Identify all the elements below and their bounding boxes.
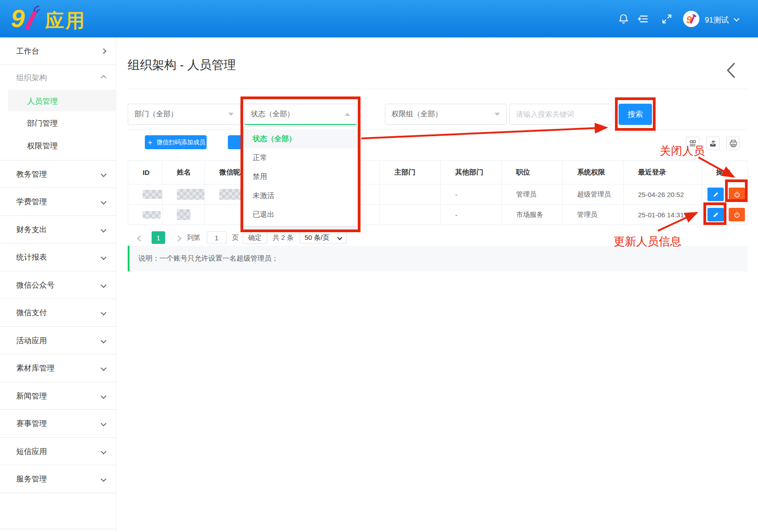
user-chevron-down-icon[interactable] [734, 16, 740, 22]
chevron-down-icon [101, 449, 106, 454]
app-logo[interactable]: 9 应用 [11, 5, 115, 33]
pencil-icon [712, 211, 719, 218]
printer-icon [729, 139, 738, 148]
sidebar-item-label: 微信公众号 [16, 280, 55, 290]
grid-columns-icon [689, 140, 697, 147]
chevron-down-icon [101, 421, 106, 427]
sidebar-item-label: 活动应用 [16, 335, 47, 346]
status-option-normal[interactable]: 正常 [244, 148, 357, 167]
col-header-last-login: 最近登录 [624, 161, 702, 184]
print-button[interactable] [726, 137, 740, 150]
sidebar-item-label: 短信应用 [16, 446, 47, 457]
per-page-select[interactable]: 50 条/页 [300, 231, 347, 244]
sidebar-item-label: 微信支付 [16, 307, 47, 318]
page-number-button[interactable]: 1 [152, 231, 165, 244]
title-divider [128, 89, 748, 89]
cell-main-dept [380, 184, 441, 205]
panel-top-border [128, 129, 748, 130]
cell-actions [702, 205, 748, 225]
sidebar-item-tuition[interactable]: 学费管理 [0, 188, 116, 216]
sidebar-item-wechat-pay[interactable]: 微信支付 [0, 299, 116, 327]
add-member-by-wechat-scan-button[interactable]: ＋ 微信扫码添加成员 [145, 135, 207, 149]
prev-page-button[interactable] [138, 234, 143, 243]
logo-number: 9 [11, 4, 25, 33]
sidebar-item-label: 财务支出 [16, 225, 47, 235]
sidebar-item-label: 统计报表 [16, 252, 47, 262]
page-title: 组织架构 - 人员管理 [128, 57, 236, 73]
column-settings-button[interactable] [686, 137, 699, 150]
chevron-down-icon [101, 338, 106, 344]
sidebar-item-academic[interactable]: 教务管理 [0, 161, 116, 188]
sidebar-item-finance[interactable]: 财务支出 [0, 216, 116, 243]
sidebar-item-label: 工作台 [16, 46, 39, 56]
members-table: ID 姓名 微信昵称 主部门 其他部门 职位 系统权限 最近登录 操作 ... … [128, 161, 748, 225]
disable-member-button[interactable] [729, 188, 745, 201]
next-page-button[interactable] [176, 234, 180, 243]
goto-page-label: 到第 [187, 234, 200, 242]
cell-position: 市场服务 [502, 205, 563, 225]
sidebar-item-permission[interactable]: 权限管理 [27, 141, 58, 151]
sidebar-item-label: 服务管理 [16, 474, 47, 484]
search-button[interactable]: 搜索 [619, 104, 652, 125]
edit-member-button[interactable] [707, 208, 724, 221]
sidebar-item-events[interactable]: 赛事管理 [0, 410, 116, 438]
status-option-inactive[interactable]: 未激活 [244, 186, 357, 205]
collapse-menu-icon[interactable] [636, 13, 649, 25]
sidebar-item-department[interactable]: 部门管理 [27, 118, 58, 128]
cell-permission: 超级管理员 [563, 184, 624, 205]
chevron-down-icon [101, 171, 106, 177]
permission-group-select[interactable]: 权限组（全部） [385, 104, 507, 125]
redacted-name [177, 209, 190, 220]
status-dropdown-menu: 状态（全部） 正常 禁用 未激活 已退出 [243, 127, 358, 227]
export-button[interactable] [706, 137, 720, 150]
fullscreen-icon[interactable] [661, 13, 673, 25]
sidebar-item-wechat-official[interactable]: 微信公众号 [0, 271, 116, 299]
sidebar-item-service[interactable]: 服务管理 [0, 466, 116, 493]
chevron-down-icon [337, 235, 342, 240]
cell-id [128, 184, 162, 205]
sidebar-item-sms[interactable]: 短信应用 [0, 438, 116, 465]
sidebar-item-label: 新闻管理 [16, 391, 47, 401]
sidebar-item-news[interactable]: 新闻管理 [0, 382, 116, 410]
plus-icon: ＋ [146, 137, 154, 147]
chevron-up-icon [101, 75, 106, 81]
edit-member-button[interactable] [707, 188, 724, 201]
search-input[interactable] [509, 104, 613, 125]
sidebar-divider [0, 529, 116, 529]
sidebar-item-material[interactable]: 素材库管理 [0, 355, 116, 382]
note-banner: 说明：一个账号只允许设置一名超级管理员； [128, 246, 748, 271]
notification-bell-icon[interactable] [617, 13, 630, 25]
sidebar-item-reports[interactable]: 统计报表 [0, 244, 116, 271]
sidebar-item-workbench[interactable]: 工作台 [0, 37, 116, 65]
back-chevron-icon[interactable] [726, 62, 735, 78]
department-select[interactable]: 部门（全部） [128, 104, 240, 125]
cell-position: 管理员 [502, 184, 563, 205]
per-page-value: 50 条/页 [305, 234, 329, 242]
power-icon [733, 191, 741, 198]
sidebar-item-org-structure[interactable]: 组织架构 [0, 65, 116, 91]
page-unit-label: 页 [232, 234, 239, 242]
user-avatar[interactable]: 9 [683, 11, 699, 27]
cell-last-login: 25-04-26 20:52 [624, 184, 702, 205]
user-name[interactable]: 91测试 [705, 15, 729, 25]
page-jump-input[interactable] [207, 231, 226, 244]
logo-text: 应用 [45, 8, 86, 33]
export-icon [709, 139, 717, 147]
sidebar-item-personnel[interactable]: 人员管理 [27, 96, 58, 106]
disable-member-button[interactable] [729, 208, 745, 221]
caret-down-icon [228, 113, 234, 116]
chevron-down-icon [101, 227, 106, 233]
cell-other-dept: - [441, 205, 502, 225]
status-option-exited[interactable]: 已退出 [244, 205, 357, 224]
sidebar-item-activity[interactable]: 活动应用 [0, 327, 116, 354]
confirm-page-button[interactable]: 确定 [243, 231, 267, 244]
status-option-disabled[interactable]: 禁用 [244, 167, 357, 186]
department-select-value: 部门（全部） [134, 110, 178, 119]
chevron-right-icon [175, 235, 181, 242]
permission-select-value: 权限组（全部） [392, 110, 442, 119]
status-select[interactable]: 状态（全部） [244, 104, 357, 125]
status-option-all[interactable]: 状态（全部） [244, 129, 357, 148]
chevron-down-icon [101, 393, 106, 399]
cell-other-dept: - [441, 184, 502, 205]
chevron-down-icon [101, 282, 106, 288]
